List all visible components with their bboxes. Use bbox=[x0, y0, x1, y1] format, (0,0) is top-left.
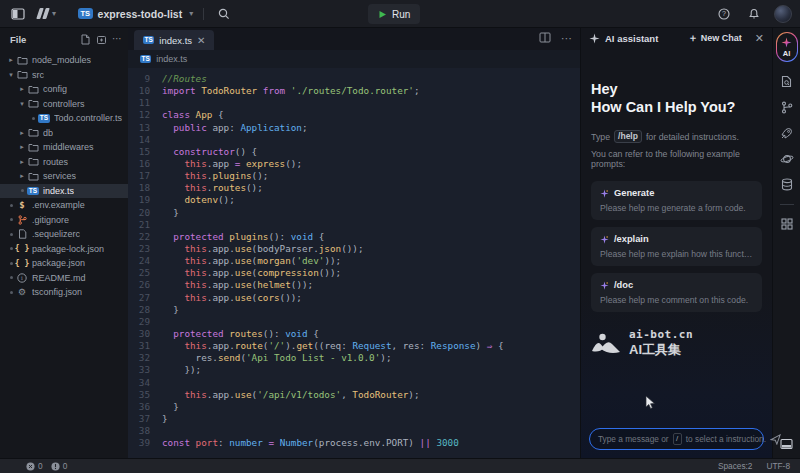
app-logo[interactable]: ▾ bbox=[38, 8, 56, 19]
tree-item-routes[interactable]: ▸routes bbox=[0, 155, 128, 170]
folder-icon bbox=[16, 70, 28, 79]
tree-item-node-modules[interactable]: ▸node_modules bbox=[0, 53, 128, 68]
code-text: protected plugins(): void { bbox=[162, 231, 324, 243]
code-line-34[interactable]: 34 bbox=[128, 377, 580, 389]
code-line-23[interactable]: 23 this.app.use(bodyParser.json()); bbox=[128, 243, 580, 255]
line-number: 37 bbox=[128, 413, 162, 425]
tree-item-index-ts[interactable]: TSindex.ts bbox=[0, 184, 128, 199]
bell-icon[interactable] bbox=[744, 4, 764, 24]
prompt-card-doc[interactable]: /docPlease help me comment on this code. bbox=[591, 273, 762, 312]
tree-item-package-lock-json[interactable]: { }package-lock.json bbox=[0, 242, 128, 257]
code-line-22[interactable]: 22 protected plugins(): void { bbox=[128, 231, 580, 243]
code-text: this.app = express(); bbox=[162, 158, 302, 170]
code-line-18[interactable]: 18 this.routes(); bbox=[128, 182, 580, 194]
planet-icon[interactable] bbox=[780, 153, 794, 165]
code-line-39[interactable]: 39const port: number = Number(process.en… bbox=[128, 437, 580, 449]
line-number: 12 bbox=[128, 109, 162, 121]
new-chat-button[interactable]: ＋ New Chat bbox=[688, 31, 742, 45]
code-text: }); bbox=[162, 364, 201, 376]
tab-index-ts[interactable]: TS index.ts ✕ bbox=[134, 30, 214, 50]
code-line-25[interactable]: 25 this.app.use(compression()); bbox=[128, 267, 580, 279]
encoding-setting[interactable]: UTF-8 bbox=[766, 461, 790, 471]
code-line-10[interactable]: 10import TodoRouter from './routes/Todo.… bbox=[128, 85, 580, 97]
database-icon[interactable] bbox=[781, 178, 793, 191]
grid-icon[interactable] bbox=[781, 218, 793, 230]
tree-item-src[interactable]: ▾src bbox=[0, 68, 128, 83]
terminal-panel-icon[interactable] bbox=[780, 438, 793, 450]
code-line-37[interactable]: 37} bbox=[128, 413, 580, 425]
tree-item-middlewares[interactable]: ▸middlewares bbox=[0, 140, 128, 155]
code-area[interactable]: 9//Routes10import TodoRouter from './rou… bbox=[128, 68, 580, 458]
tree-item--sequelizerc[interactable]: .sequelizerc bbox=[0, 227, 128, 242]
tree-item--gitignore[interactable]: .gitignore bbox=[0, 213, 128, 228]
code-line-36[interactable]: 36 } bbox=[128, 401, 580, 413]
prompt-card-Generate[interactable]: GeneratePlease help me generate a form c… bbox=[591, 181, 762, 220]
code-line-27[interactable]: 27 this.app.use(cors()); bbox=[128, 292, 580, 304]
new-file-icon[interactable] bbox=[80, 34, 91, 45]
code-line-9[interactable]: 9//Routes bbox=[128, 73, 580, 85]
tree-item-label: db bbox=[43, 128, 53, 138]
code-line-28[interactable]: 28 } bbox=[128, 304, 580, 316]
tree-item-services[interactable]: ▸services bbox=[0, 169, 128, 184]
file-dot bbox=[6, 218, 16, 221]
code-line-13[interactable]: 13 public app: Application; bbox=[128, 122, 580, 134]
tree-item-readme-md[interactable]: iREADME.md bbox=[0, 271, 128, 286]
doc-search-icon[interactable] bbox=[780, 75, 793, 88]
tree-item-tsconfig-json[interactable]: ⚙tsconfig.json bbox=[0, 285, 128, 300]
rocket-icon[interactable] bbox=[780, 127, 793, 140]
ts-badge: TS bbox=[78, 8, 93, 19]
code-line-32[interactable]: 32 res.send('Api Todo List - v1.0.0'); bbox=[128, 352, 580, 364]
code-line-20[interactable]: 20 } bbox=[128, 207, 580, 219]
run-button[interactable]: Run bbox=[368, 4, 420, 24]
line-number: 31 bbox=[128, 340, 162, 352]
prompt-card-explain[interactable]: /explainPlease help me explain how this … bbox=[591, 227, 762, 266]
tree-item-db[interactable]: ▸db bbox=[0, 126, 128, 141]
code-line-33[interactable]: 33 }); bbox=[128, 364, 580, 376]
new-folder-icon[interactable] bbox=[96, 34, 107, 45]
code-line-31[interactable]: 31 this.app.route('/').get((req: Request… bbox=[128, 340, 580, 352]
code-line-19[interactable]: 19 dotenv(); bbox=[128, 194, 580, 206]
more-icon[interactable]: ⋯ bbox=[561, 32, 572, 43]
send-icon[interactable] bbox=[770, 434, 781, 445]
code-text: this.app.use(morgan('dev')); bbox=[162, 255, 341, 267]
code-line-11[interactable]: 11 bbox=[128, 97, 580, 109]
close-icon[interactable]: ✕ bbox=[755, 32, 764, 45]
search-icon[interactable] bbox=[214, 4, 234, 24]
tree-item-controllers[interactable]: ▾controllers bbox=[0, 97, 128, 112]
breadcrumb[interactable]: TS index.ts bbox=[128, 50, 580, 68]
tree-item-package-json[interactable]: { }package.json bbox=[0, 256, 128, 271]
git-branch-icon[interactable] bbox=[781, 101, 793, 114]
sidebar-toggle-icon[interactable] bbox=[8, 4, 28, 24]
avatar[interactable] bbox=[774, 5, 792, 23]
status-bar: 0 0 Spaces:2 UTF-8 bbox=[0, 458, 800, 473]
code-line-26[interactable]: 26 this.app.use(helmet()); bbox=[128, 279, 580, 291]
code-line-29[interactable]: 29 bbox=[128, 316, 580, 328]
code-line-16[interactable]: 16 this.app = express(); bbox=[128, 158, 580, 170]
project-switcher[interactable]: TS express-todo-list ▾ bbox=[78, 8, 193, 20]
tree-item-todo-controller-ts[interactable]: TSTodo.controller.ts bbox=[0, 111, 128, 126]
tree-item-config[interactable]: ▸config bbox=[0, 82, 128, 97]
code-line-30[interactable]: 30 protected routes(): void { bbox=[128, 328, 580, 340]
code-line-15[interactable]: 15 constructor() { bbox=[128, 146, 580, 158]
more-icon[interactable]: ⋯ bbox=[112, 34, 122, 45]
close-icon[interactable]: ✕ bbox=[197, 35, 205, 46]
help-icon[interactable]: ? bbox=[714, 4, 734, 24]
code-line-38[interactable]: 38 bbox=[128, 425, 580, 437]
indentation-setting[interactable]: Spaces:2 bbox=[718, 461, 753, 471]
code-line-24[interactable]: 24 this.app.use(morgan('dev')); bbox=[128, 255, 580, 267]
line-number: 34 bbox=[128, 377, 162, 389]
code-line-12[interactable]: 12class App { bbox=[128, 109, 580, 121]
code-line-17[interactable]: 17 this.plugins(); bbox=[128, 170, 580, 182]
code-text: class App { bbox=[162, 109, 224, 121]
error-count[interactable]: 0 bbox=[26, 461, 43, 471]
rail-item-ai[interactable]: AI bbox=[776, 32, 798, 62]
tree-item--env-example[interactable]: $.env.example bbox=[0, 198, 128, 213]
help-command[interactable]: /help bbox=[614, 130, 642, 143]
code-line-14[interactable]: 14 bbox=[128, 134, 580, 146]
split-editor-icon[interactable] bbox=[539, 32, 551, 43]
info-count[interactable]: 0 bbox=[51, 461, 68, 471]
code-line-35[interactable]: 35 this.app.use('/api/v1/todos', TodoRou… bbox=[128, 389, 580, 401]
code-line-21[interactable]: 21 bbox=[128, 219, 580, 231]
chat-input[interactable]: Type a message or / to select a instruct… bbox=[589, 428, 764, 450]
file-icon bbox=[16, 229, 28, 239]
